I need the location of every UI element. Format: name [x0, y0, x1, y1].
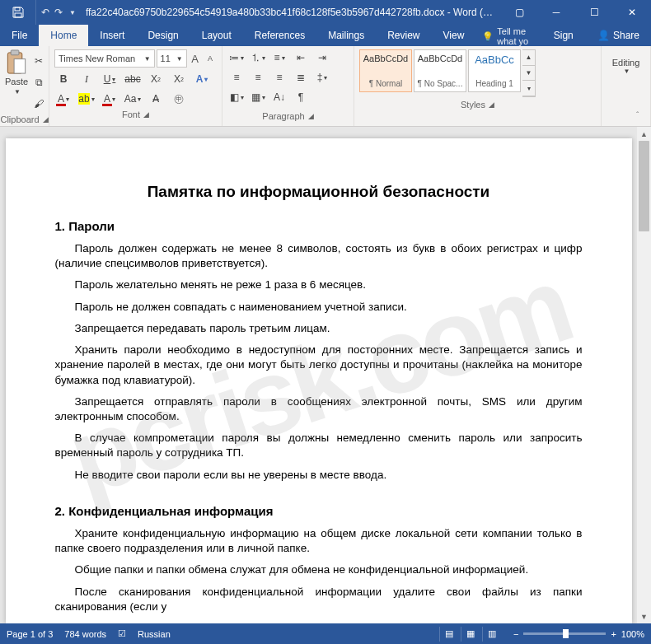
tab-references[interactable]: References	[243, 25, 316, 46]
font-size-combo[interactable]: 11▼	[157, 49, 187, 68]
justify-button[interactable]: ≣	[292, 69, 310, 86]
align-left-button[interactable]: ≡	[227, 69, 246, 86]
ribbon-options-icon[interactable]: ▢	[501, 7, 537, 18]
shrink-font-icon[interactable]: A	[204, 49, 217, 68]
web-layout-icon[interactable]: ▥	[482, 627, 502, 642]
svg-rect-1	[15, 13, 21, 17]
paste-label: Paste	[5, 77, 28, 86]
zoom-out-button[interactable]: −	[513, 629, 518, 639]
shading-button[interactable]: ◧▾	[227, 89, 246, 105]
font-color2-button[interactable]: A▾	[101, 91, 119, 107]
spellcheck-icon[interactable]: ☑	[118, 628, 126, 639]
tab-home[interactable]: Home	[39, 25, 88, 46]
underline-button[interactable]: U▾	[101, 71, 119, 87]
zoom-slider-thumb[interactable]	[563, 629, 569, 638]
font-color-button[interactable]: A▾	[54, 91, 73, 107]
tab-review[interactable]: Review	[376, 25, 431, 46]
scroll-thumb[interactable]	[639, 141, 649, 231]
qat-dropdown-icon[interactable]: ▼	[69, 9, 76, 16]
tell-me-search[interactable]: 💡Tell me what yo	[475, 26, 541, 46]
align-center-button[interactable]: ≡	[249, 69, 267, 86]
styles-gallery-scroll[interactable]: ▲ ▼ ▾	[522, 49, 536, 97]
read-mode-icon[interactable]: ▤	[439, 627, 459, 642]
superscript-button[interactable]: X2	[170, 71, 188, 87]
styles-up-icon[interactable]: ▲	[522, 50, 535, 66]
cut-icon[interactable]: ✂	[30, 53, 48, 69]
font-launcher-icon[interactable]: ◢	[143, 107, 149, 122]
sort-icon[interactable]: A↓	[270, 89, 288, 105]
editing-button[interactable]: Editing ▼	[607, 58, 645, 75]
clear-formatting-icon[interactable]: A̶	[147, 91, 165, 107]
bold-button[interactable]: B	[54, 71, 73, 87]
text-effects-icon[interactable]: A▾	[193, 71, 211, 87]
document-area[interactable]: pcrisk.com Памятка по информационной без…	[0, 127, 637, 623]
strikethrough-button[interactable]: abc	[124, 71, 142, 87]
change-case-button[interactable]: Aa▾	[124, 91, 142, 107]
vertical-scrollbar[interactable]: ▲ ▼	[637, 127, 651, 623]
styles-more-icon[interactable]: ▾	[522, 81, 535, 96]
page-count[interactable]: Page 1 of 3	[7, 629, 53, 639]
redo-icon[interactable]: ↷	[54, 7, 63, 18]
numbering-button[interactable]: ⒈▾	[249, 49, 267, 66]
align-right-button[interactable]: ≡	[270, 69, 288, 86]
multilevel-button[interactable]: ≡▾	[270, 49, 288, 66]
collapse-ribbon-icon[interactable]: ˆ	[636, 111, 648, 123]
tab-view[interactable]: View	[432, 25, 476, 46]
doc-paragraph: В случае компрометации пароля вы должны …	[55, 431, 583, 460]
close-button[interactable]: ✕	[613, 0, 651, 25]
format-painter-icon[interactable]: 🖌	[30, 96, 48, 112]
tab-file[interactable]: File	[0, 25, 39, 46]
maximize-button[interactable]: ☐	[575, 0, 613, 25]
tab-mailings[interactable]: Mailings	[316, 25, 376, 46]
group-font: Times New Roman▼ 11▼ A A B I U▾ abc X2 X…	[49, 46, 222, 126]
sign-in-link[interactable]: Sign in	[542, 25, 586, 46]
editing-dropdown-icon: ▼	[624, 68, 630, 75]
clipboard-launcher-icon[interactable]: ◢	[43, 112, 49, 127]
decrease-indent-icon[interactable]: ⇤	[292, 49, 310, 66]
style-normal[interactable]: AaBbCcDd ¶ Normal	[359, 49, 412, 92]
scroll-up-icon[interactable]: ▲	[637, 127, 651, 141]
style-no-spacing[interactable]: AaBbCcDd ¶ No Spac...	[414, 49, 466, 92]
italic-button[interactable]: I	[77, 71, 96, 87]
save-button[interactable]	[0, 0, 36, 25]
word-count[interactable]: 784 words	[64, 629, 106, 639]
paste-button[interactable]: Paste ▼	[5, 49, 28, 96]
zoom-slider[interactable]	[523, 632, 606, 635]
share-button[interactable]: 👤Share	[586, 25, 651, 46]
style-heading1[interactable]: AaBbCc Heading 1	[468, 49, 521, 92]
enclose-characters-icon[interactable]: ㊥	[170, 91, 188, 107]
zoom-in-button[interactable]: +	[611, 629, 616, 639]
tab-insert[interactable]: Insert	[88, 25, 136, 46]
styles-launcher-icon[interactable]: ◢	[489, 97, 494, 112]
language-status[interactable]: Russian	[138, 629, 171, 639]
copy-icon[interactable]: ⧉	[30, 74, 48, 91]
borders-button[interactable]: ▦▾	[249, 89, 267, 105]
minimize-button[interactable]: ─	[537, 0, 575, 25]
document-page[interactable]: pcrisk.com Памятка по информационной без…	[6, 138, 632, 623]
styles-down-icon[interactable]: ▼	[522, 66, 535, 82]
grow-font-icon[interactable]: A	[189, 49, 202, 68]
window-title: ffa22c40ac69750b229654c54919a480b33bc41f…	[81, 7, 501, 18]
highlight-button[interactable]: ab▾	[77, 91, 96, 107]
svg-rect-4	[14, 59, 26, 73]
undo-icon[interactable]: ↶	[41, 7, 49, 18]
paragraph-launcher-icon[interactable]: ◢	[308, 109, 314, 124]
paste-dropdown-icon[interactable]: ▼	[14, 88, 21, 96]
zoom-level[interactable]: 100%	[621, 629, 644, 639]
print-layout-icon[interactable]: ▦	[461, 627, 480, 642]
group-paragraph: ≔▾ ⒈▾ ≡▾ ⇤ ⇥ ≡ ≡ ≡ ≣ ‡▾ ◧▾ ▦▾ A↓ ¶ Parag…	[222, 46, 354, 126]
scroll-track[interactable]	[637, 141, 651, 609]
tab-design[interactable]: Design	[136, 25, 190, 46]
doc-paragraph: После сканирования конфиденциальной инфо…	[55, 585, 583, 614]
increase-indent-icon[interactable]: ⇥	[313, 49, 331, 66]
tab-layout[interactable]: Layout	[190, 25, 243, 46]
show-marks-icon[interactable]: ¶	[292, 89, 310, 105]
titlebar: ↶ ↷ ▼ ffa22c40ac69750b229654c54919a480b3…	[0, 0, 651, 25]
subscript-button[interactable]: X2	[147, 71, 165, 87]
line-spacing-button[interactable]: ‡▾	[313, 69, 331, 86]
svg-rect-0	[15, 7, 20, 11]
font-name-combo[interactable]: Times New Roman▼	[54, 49, 155, 68]
scroll-down-icon[interactable]: ▼	[637, 609, 651, 623]
paragraph-label: Paragraph	[262, 109, 304, 124]
bullets-button[interactable]: ≔▾	[227, 49, 246, 66]
